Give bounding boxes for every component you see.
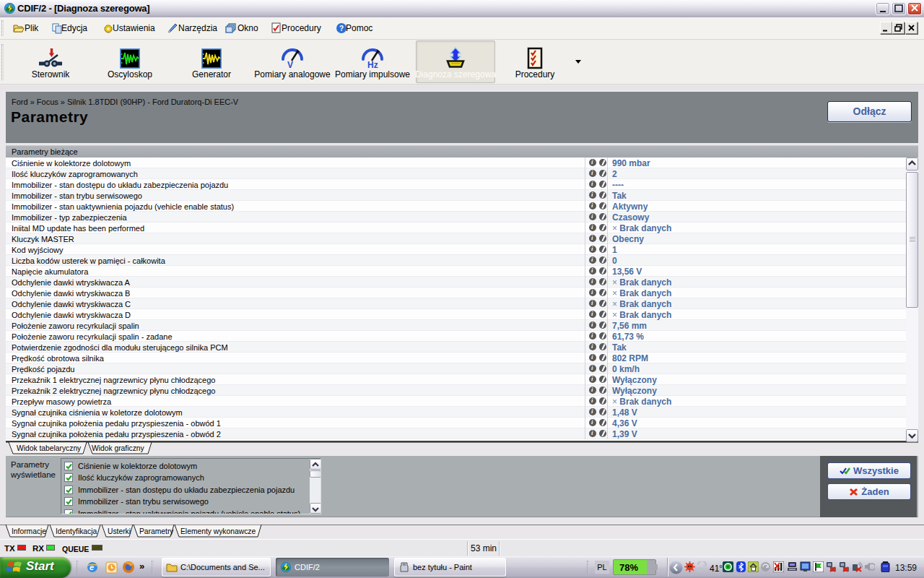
svg-text:Informacje: Informacje xyxy=(12,527,46,535)
svg-text:Identyfikacja: Identyfikacja xyxy=(56,527,97,535)
svg-text:Parametry: Parametry xyxy=(139,527,174,535)
svg-text:Hz: Hz xyxy=(367,60,378,70)
svg-text:V: V xyxy=(287,60,293,70)
svg-text:Elementy wykonawcze: Elementy wykonawcze xyxy=(180,527,256,535)
svg-text:Usterki: Usterki xyxy=(108,527,131,535)
svg-text:Widok tabelaryczny: Widok tabelaryczny xyxy=(17,444,82,452)
svg-text:?: ? xyxy=(339,25,344,33)
svg-text:Widok graficzny: Widok graficzny xyxy=(92,444,145,452)
